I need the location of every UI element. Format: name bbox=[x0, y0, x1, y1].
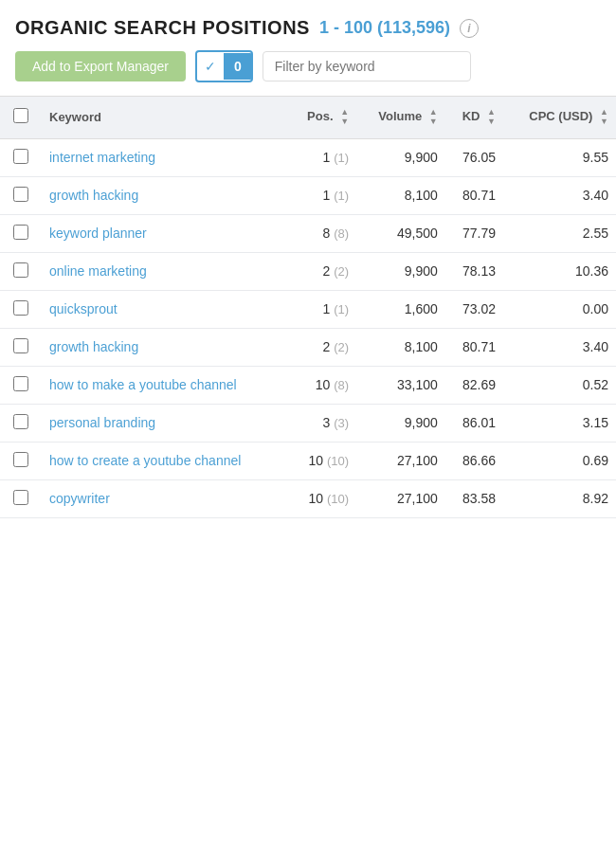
keyword-link[interactable]: internet marketing bbox=[49, 150, 155, 165]
keyword-link[interactable]: quicksprout bbox=[49, 301, 118, 316]
cpc-cell: 10.36 bbox=[503, 252, 616, 290]
volume-cell: 8,100 bbox=[356, 176, 445, 214]
info-icon[interactable]: i bbox=[460, 19, 479, 38]
cpc-cell: 3.40 bbox=[503, 176, 616, 214]
kd-cell: 83.58 bbox=[445, 479, 503, 517]
row-checkbox[interactable] bbox=[13, 376, 28, 391]
export-button[interactable]: Add to Export Manager bbox=[15, 51, 186, 81]
cpc-cell: 0.00 bbox=[503, 290, 616, 328]
pos-cell: 10 (10) bbox=[289, 442, 357, 479]
keyword-link[interactable]: copywriter bbox=[49, 491, 110, 506]
row-checkbox[interactable] bbox=[13, 262, 28, 278]
cpc-cell: 0.69 bbox=[503, 442, 616, 479]
keyword-cell: growth hacking bbox=[42, 328, 289, 366]
row-checkbox[interactable] bbox=[13, 490, 28, 505]
row-checkbox-cell[interactable] bbox=[0, 442, 42, 479]
table-row: internet marketing1 (1)9,90076.059.55 bbox=[0, 138, 616, 176]
table-row: how to make a youtube channel10 (8)33,10… bbox=[0, 366, 616, 404]
row-checkbox[interactable] bbox=[13, 452, 28, 467]
select-all-checkbox[interactable] bbox=[13, 108, 28, 123]
row-checkbox-cell[interactable] bbox=[0, 404, 42, 442]
pos-prev: (10) bbox=[327, 492, 349, 506]
pos-cell: 8 (8) bbox=[289, 214, 357, 252]
check-badge: ✓ 0 bbox=[195, 50, 253, 82]
pos-prev: (8) bbox=[334, 226, 349, 241]
table-row: keyword planner8 (8)49,50077.792.55 bbox=[0, 214, 616, 252]
keyword-link[interactable]: how to make a youtube channel bbox=[49, 377, 237, 392]
table-row: quicksprout1 (1)1,60073.020.00 bbox=[0, 290, 616, 328]
pos-cell: 1 (1) bbox=[289, 176, 357, 214]
keyword-link[interactable]: growth hacking bbox=[49, 339, 138, 354]
row-checkbox-cell[interactable] bbox=[0, 479, 42, 517]
cpc-cell: 3.15 bbox=[503, 404, 616, 442]
pos-prev: (1) bbox=[334, 151, 349, 165]
keyword-link[interactable]: online marketing bbox=[49, 263, 147, 279]
col-header-checkbox[interactable] bbox=[0, 97, 42, 139]
keyword-cell: copywriter bbox=[42, 479, 289, 517]
table-row: personal branding3 (3)9,90086.013.15 bbox=[0, 404, 616, 442]
row-checkbox[interactable] bbox=[13, 225, 28, 240]
row-checkbox-cell[interactable] bbox=[0, 366, 42, 404]
pos-cell: 10 (8) bbox=[289, 366, 357, 404]
kd-cell: 77.79 bbox=[445, 214, 503, 252]
pos-cell: 3 (3) bbox=[289, 404, 357, 442]
filter-input[interactable] bbox=[263, 51, 471, 81]
row-checkbox-cell[interactable] bbox=[0, 176, 42, 214]
col-header-pos[interactable]: Pos. ▲▼ bbox=[289, 97, 357, 139]
pos-prev: (3) bbox=[334, 416, 349, 430]
row-checkbox-cell[interactable] bbox=[0, 214, 42, 252]
pos-main: 1 bbox=[323, 150, 331, 165]
keywords-table: Keyword Pos. ▲▼ Volume ▲▼ KD ▲▼ CPC (USD… bbox=[0, 96, 616, 518]
volume-cell: 49,500 bbox=[356, 214, 445, 252]
keyword-cell: internet marketing bbox=[42, 138, 289, 176]
kd-cell: 78.13 bbox=[445, 252, 503, 290]
pos-main: 10 bbox=[309, 491, 324, 506]
row-checkbox[interactable] bbox=[13, 414, 28, 429]
row-checkbox[interactable] bbox=[13, 300, 28, 316]
row-checkbox[interactable] bbox=[13, 338, 28, 353]
col-header-volume[interactable]: Volume ▲▼ bbox=[356, 97, 445, 139]
volume-cell: 8,100 bbox=[356, 328, 445, 366]
pos-cell: 1 (1) bbox=[289, 290, 357, 328]
table-row: copywriter10 (10)27,10083.588.92 bbox=[0, 479, 616, 517]
col-header-kd[interactable]: KD ▲▼ bbox=[445, 97, 503, 139]
sort-arrows-cpc: ▲▼ bbox=[600, 108, 608, 127]
row-checkbox-cell[interactable] bbox=[0, 290, 42, 328]
keyword-cell: quicksprout bbox=[42, 290, 289, 328]
row-checkbox-cell[interactable] bbox=[0, 328, 42, 366]
pos-cell: 2 (2) bbox=[289, 252, 357, 290]
pos-prev: (8) bbox=[334, 378, 349, 392]
pos-main: 2 bbox=[323, 339, 331, 354]
volume-cell: 1,600 bbox=[356, 290, 445, 328]
pos-main: 2 bbox=[323, 263, 331, 279]
kd-cell: 86.01 bbox=[445, 404, 503, 442]
kd-cell: 76.05 bbox=[445, 138, 503, 176]
keyword-cell: growth hacking bbox=[42, 176, 289, 214]
keyword-link[interactable]: growth hacking bbox=[49, 188, 138, 203]
pos-cell: 1 (1) bbox=[289, 138, 357, 176]
volume-cell: 33,100 bbox=[356, 366, 445, 404]
keyword-cell: personal branding bbox=[42, 404, 289, 442]
page-range: 1 - 100 (113,596) bbox=[319, 18, 450, 38]
kd-cell: 73.02 bbox=[445, 290, 503, 328]
page-header: ORGANIC SEARCH POSITIONS 1 - 100 (113,59… bbox=[0, 0, 616, 50]
row-checkbox[interactable] bbox=[13, 149, 28, 164]
keyword-link[interactable]: personal branding bbox=[49, 415, 155, 430]
keyword-cell: online marketing bbox=[42, 252, 289, 290]
volume-cell: 9,900 bbox=[356, 252, 445, 290]
keyword-link[interactable]: keyword planner bbox=[49, 226, 147, 241]
row-checkbox[interactable] bbox=[13, 187, 28, 202]
keyword-link[interactable]: how to create a youtube channel bbox=[49, 453, 241, 468]
col-header-cpc[interactable]: CPC (USD) ▲▼ bbox=[503, 97, 616, 139]
keyword-cell: how to make a youtube channel bbox=[42, 366, 289, 404]
pos-main: 3 bbox=[323, 415, 331, 430]
row-checkbox-cell[interactable] bbox=[0, 138, 42, 176]
pos-prev: (10) bbox=[327, 454, 349, 468]
volume-cell: 9,900 bbox=[356, 404, 445, 442]
toolbar: Add to Export Manager ✓ 0 bbox=[0, 50, 616, 96]
table-row: growth hacking1 (1)8,10080.713.40 bbox=[0, 176, 616, 214]
sort-arrows-kd: ▲▼ bbox=[487, 108, 496, 127]
row-checkbox-cell[interactable] bbox=[0, 252, 42, 290]
cpc-cell: 9.55 bbox=[503, 138, 616, 176]
table-row: growth hacking2 (2)8,10080.713.40 bbox=[0, 328, 616, 366]
